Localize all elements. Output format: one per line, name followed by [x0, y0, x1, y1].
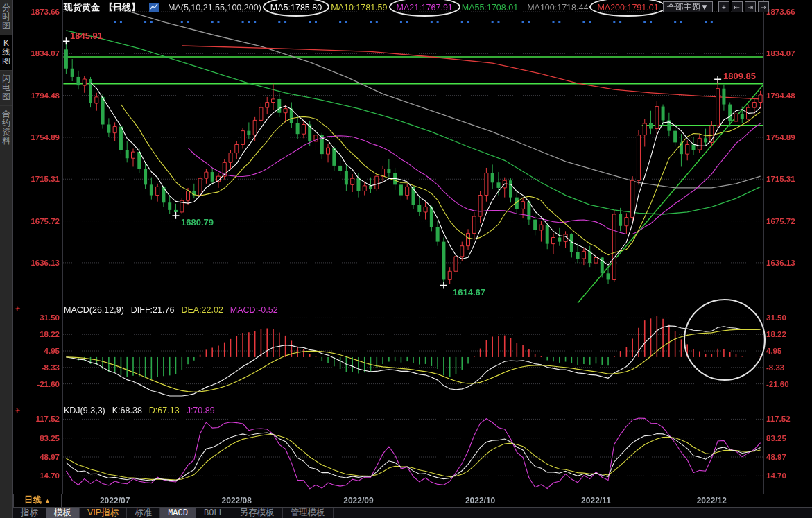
theme-selector-button[interactable]: 全部主题▼: [663, 1, 713, 12]
annotation-july-low: 1680.79: [181, 217, 214, 227]
sidebar-tab-time-chart[interactable]: 分时图: [0, 0, 12, 35]
tab-standard[interactable]: 标准: [127, 508, 160, 518]
top-toolbar: 全部主题▼ + ⇤ ⇥ ↦: [663, 1, 769, 12]
zoom-scale-icon[interactable]: ⇥: [745, 1, 756, 12]
macd-params-label: MACD(26,12,9): [64, 305, 124, 315]
tab-manage-template[interactable]: 管理模板: [283, 508, 334, 518]
export-icon[interactable]: ↦: [758, 1, 769, 12]
macd-settings-icon[interactable]: ✳: [15, 305, 21, 312]
ma100-value: MA100:1718.44: [527, 3, 588, 12]
ma21-value: MA21:1767.91: [397, 3, 453, 12]
kdj-settings-icon[interactable]: ✳: [15, 407, 21, 414]
tab-macd[interactable]: MACD: [160, 508, 196, 518]
period-selector[interactable]: 日线 ▲: [13, 494, 62, 507]
sidebar-tab-flash-chart[interactable]: 闪电图: [0, 71, 12, 106]
sidebar: 分时图 K线图 闪电图 合约资料: [0, 0, 13, 518]
macd-dea-value: DEA:22.02: [181, 305, 223, 315]
range-select-icon[interactable]: ⇤: [732, 1, 743, 12]
annotation-start-high: 1845.91: [70, 31, 103, 41]
annotation-dec-high: 1809.85: [723, 71, 756, 81]
kdj-panel-header: KDJ(9,3,3) K:68.38 D:67.13 J:70.89: [64, 406, 215, 415]
chart-header: 现货黄金 【日线】 MA(5,10,21,55,100,200) MA5:178…: [64, 1, 659, 13]
kline-icon: [149, 3, 159, 12]
tab-templates[interactable]: 模板: [46, 508, 80, 518]
sidebar-tab-kline-chart[interactable]: K线图: [0, 35, 12, 71]
macd-macd-value: MACD:-0.52: [230, 305, 278, 315]
trading-app-window: 1873.661873.661834.071834.071794.481794.…: [0, 0, 812, 518]
tab-vip-indicators[interactable]: VIP指标: [80, 508, 127, 518]
ma200-value: MA200:1791.01: [597, 3, 658, 12]
tab-save-template[interactable]: 另存模板: [232, 508, 283, 518]
annotation-sep-low: 1614.67: [453, 287, 485, 297]
crosshair-icon[interactable]: +: [718, 1, 729, 12]
annotation-circle-macd: [684, 299, 766, 381]
macd-panel-header: MACD(26,12,9) DIFF:21.76 DEA:22.02 MACD:…: [64, 305, 278, 315]
period-selector-label: 日线: [24, 494, 42, 506]
ma10-value: MA10:1781.59: [331, 3, 387, 12]
chart-canvas[interactable]: [0, 0, 812, 518]
symbol-name: 现货黄金: [64, 1, 100, 14]
chevron-up-icon: ▲: [44, 497, 51, 504]
ma5-value: MA5:1785.80: [270, 3, 322, 12]
ma55-value: MA55:1708.01: [462, 3, 518, 12]
ma-settings-label[interactable]: MA(5,10,21,55,100,200): [168, 3, 261, 12]
tab-indicators[interactable]: 指标: [13, 508, 46, 518]
kdj-k-value: K:68.38: [112, 406, 142, 415]
tab-boll[interactable]: BOLL: [196, 508, 232, 518]
kdj-j-value: J:70.89: [187, 406, 215, 415]
period-label: 【日线】: [104, 1, 140, 14]
sidebar-tab-contract-info[interactable]: 合约资料: [0, 106, 12, 150]
bottom-tab-bar: 指标 模板 VIP指标 标准 MACD BOLL 另存模板 管理模板: [13, 507, 812, 518]
kdj-d-value: D:67.13: [149, 406, 180, 415]
macd-diff-value: DIFF:21.76: [131, 305, 175, 315]
kdj-params-label: KDJ(9,3,3): [64, 406, 105, 415]
